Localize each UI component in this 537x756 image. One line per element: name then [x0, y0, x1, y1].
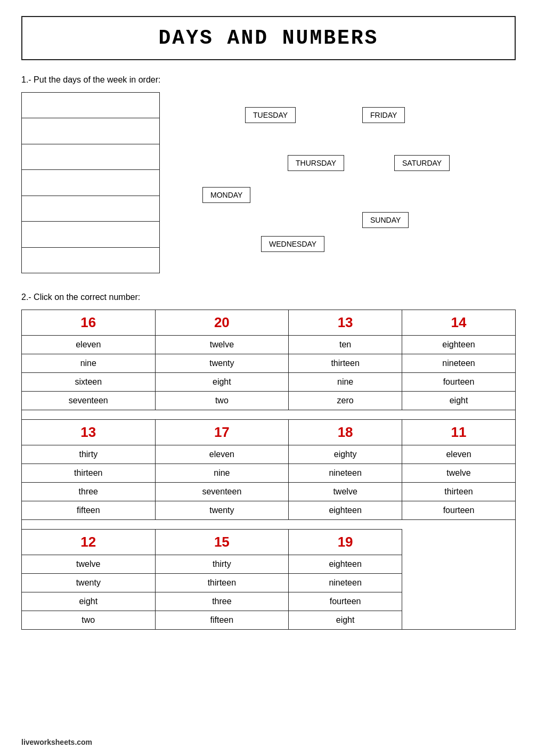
number-word-2-0-0[interactable]: twelve	[22, 555, 156, 574]
number-word-0-2-2[interactable]: nine	[289, 373, 402, 392]
number-header-2-0: 12	[22, 530, 156, 555]
number-word-1-2-1[interactable]: seventeen	[155, 483, 289, 501]
section1-label: 1.- Put the days of the week in order:	[21, 75, 516, 85]
day-box-sunday[interactable]: SUNDAY	[362, 212, 409, 228]
number-header-1-1: 17	[155, 420, 289, 445]
number-word-2-2-1[interactable]: three	[155, 592, 289, 611]
day-box-friday[interactable]: FRIDAY	[362, 107, 405, 123]
number-word-0-0-0[interactable]: eleven	[22, 336, 156, 354]
number-word-1-0-1[interactable]: eleven	[155, 445, 289, 464]
number-word-1-1-1[interactable]: nine	[155, 464, 289, 483]
number-header-1-3: 11	[402, 420, 516, 445]
day-box-saturday[interactable]: SATURDAY	[394, 155, 450, 171]
number-word-1-3-1[interactable]: twenty	[155, 501, 289, 520]
day-box-wednesday[interactable]: WEDNESDAY	[261, 236, 324, 252]
number-word-1-1-2[interactable]: nineteen	[289, 464, 402, 483]
day-box-monday[interactable]: MONDAY	[202, 187, 250, 203]
number-word-0-2-0[interactable]: sixteen	[22, 373, 156, 392]
page-title-box: DAYS AND NUMBERS	[21, 16, 516, 60]
number-header-0-3: 14	[402, 310, 516, 336]
number-header-2-2: 19	[289, 530, 402, 555]
number-word-2-1-1[interactable]: thirteen	[155, 574, 289, 592]
number-word-0-3-0[interactable]: seventeen	[22, 392, 156, 410]
number-word-2-2-0[interactable]: eight	[22, 592, 156, 611]
number-word-1-3-0[interactable]: fifteen	[22, 501, 156, 520]
number-header-0-0: 16	[22, 310, 156, 336]
number-word-2-2-2[interactable]: fourteen	[289, 592, 402, 611]
number-word-1-0-0[interactable]: thirty	[22, 445, 156, 464]
answer-row-1[interactable]	[22, 93, 159, 118]
number-word-1-1-3[interactable]: twelve	[402, 464, 516, 483]
number-word-1-3-2[interactable]: eighteen	[289, 501, 402, 520]
number-word-0-3-1[interactable]: two	[155, 392, 289, 410]
numbers-section: 2.- Click on the correct number: 1620131…	[21, 292, 516, 630]
number-word-0-1-2[interactable]: thirteen	[289, 354, 402, 373]
days-word-area: TUESDAYFRIDAYTHURSDAYSATURDAYMONDAYSUNDA…	[160, 92, 516, 273]
number-header-1-2: 18	[289, 420, 402, 445]
watermark: liveworksheets.com	[21, 738, 92, 746]
number-word-0-2-3[interactable]: fourteen	[402, 373, 516, 392]
number-word-2-3-2[interactable]: eight	[289, 611, 402, 630]
number-word-1-1-0[interactable]: thirteen	[22, 464, 156, 483]
number-word-0-0-2[interactable]: ten	[289, 336, 402, 354]
day-box-tuesday[interactable]: TUESDAY	[245, 107, 296, 123]
number-word-2-3-0[interactable]: two	[22, 611, 156, 630]
answer-row-5[interactable]	[22, 196, 159, 222]
number-word-2-3-1[interactable]: fifteen	[155, 611, 289, 630]
number-word-0-0-3[interactable]: eighteen	[402, 336, 516, 354]
number-word-1-3-3[interactable]: fourteen	[402, 501, 516, 520]
number-header-0-1: 20	[155, 310, 289, 336]
page-title: DAYS AND NUMBERS	[159, 27, 379, 50]
number-word-0-3-3[interactable]: eight	[402, 392, 516, 410]
number-header-2-1: 15	[155, 530, 289, 555]
number-word-1-2-2[interactable]: twelve	[289, 483, 402, 501]
number-word-2-1-2[interactable]: nineteen	[289, 574, 402, 592]
number-header-0-2: 13	[289, 310, 402, 336]
number-word-0-3-2[interactable]: zero	[289, 392, 402, 410]
numbers-table: 16201314eleventwelveteneighteenninetwent…	[21, 310, 516, 630]
answer-row-2[interactable]	[22, 118, 159, 144]
number-word-2-0-2[interactable]: eighteen	[289, 555, 402, 574]
number-word-2-1-0[interactable]: twenty	[22, 574, 156, 592]
days-section: 1.- Put the days of the week in order: T…	[21, 75, 516, 273]
days-answer-col	[21, 92, 160, 273]
answer-row-4[interactable]	[22, 170, 159, 196]
section2-label: 2.- Click on the correct number:	[21, 292, 516, 302]
answer-row-7[interactable]	[22, 248, 159, 273]
number-word-0-1-1[interactable]: twenty	[155, 354, 289, 373]
days-area: TUESDAYFRIDAYTHURSDAYSATURDAYMONDAYSUNDA…	[21, 92, 516, 273]
number-word-1-0-2[interactable]: eighty	[289, 445, 402, 464]
number-word-1-2-3[interactable]: thirteen	[402, 483, 516, 501]
number-word-2-0-1[interactable]: thirty	[155, 555, 289, 574]
number-word-0-1-0[interactable]: nine	[22, 354, 156, 373]
number-word-0-0-1[interactable]: twelve	[155, 336, 289, 354]
answer-row-6[interactable]	[22, 222, 159, 247]
number-header-1-0: 13	[22, 420, 156, 445]
answer-row-3[interactable]	[22, 144, 159, 170]
number-word-1-0-3[interactable]: eleven	[402, 445, 516, 464]
number-word-0-2-1[interactable]: eight	[155, 373, 289, 392]
day-box-thursday[interactable]: THURSDAY	[288, 155, 344, 171]
number-word-0-1-3[interactable]: nineteen	[402, 354, 516, 373]
number-word-1-2-0[interactable]: three	[22, 483, 156, 501]
